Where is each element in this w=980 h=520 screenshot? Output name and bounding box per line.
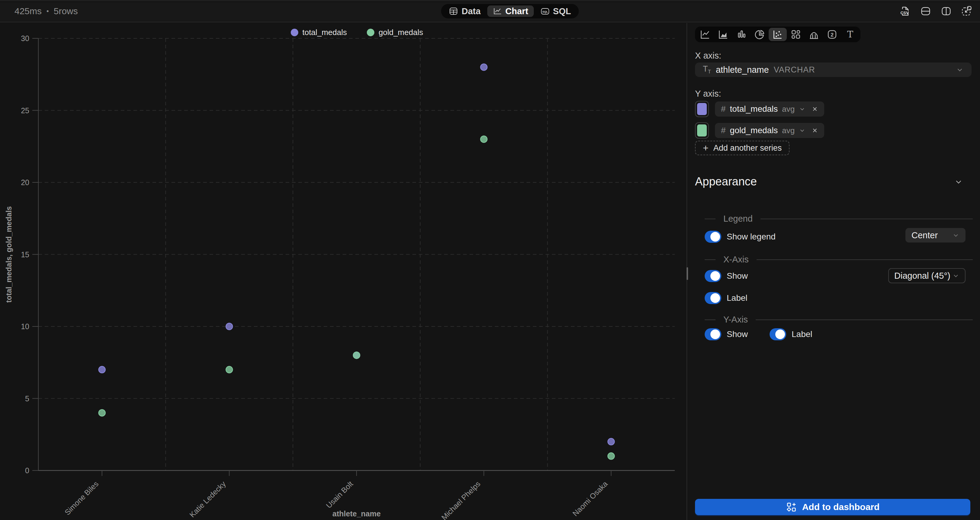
x-axis-field-dropdown[interactable]: TT athlete_name VARCHAR bbox=[695, 62, 972, 77]
series-row: #gold_medalsavg bbox=[695, 122, 824, 138]
y-axis-toggles-row: Show Label bbox=[705, 328, 813, 340]
split-horizontal-icon bbox=[920, 5, 932, 17]
y-axis-show-toggle[interactable] bbox=[705, 328, 721, 340]
blocks-icon bbox=[790, 29, 802, 40]
y-tick-label: 10 bbox=[21, 322, 29, 331]
chart-type-line[interactable] bbox=[696, 28, 714, 41]
expand-button[interactable] bbox=[961, 5, 973, 17]
x-axis-title: athlete_name bbox=[332, 509, 381, 518]
x-tick-label: Michael Phelps bbox=[439, 480, 482, 520]
series-row: #total_medalsavg bbox=[695, 101, 824, 117]
plus-icon: + bbox=[703, 143, 709, 154]
scatter-point[interactable] bbox=[353, 352, 360, 358]
series-pill[interactable]: #gold_medalsavg bbox=[715, 123, 824, 138]
legend-section-header: Legend bbox=[705, 214, 973, 224]
y-axis-title: total_medals, gold_medals bbox=[5, 206, 13, 303]
bar-chart-icon bbox=[736, 29, 747, 40]
sql-icon: SQL bbox=[541, 6, 549, 16]
x-axis-field-type: VARCHAR bbox=[774, 65, 815, 75]
view-tab-group: Data Chart SQL SQL bbox=[441, 4, 579, 18]
number-icon: 2 bbox=[826, 29, 838, 40]
text-icon: T bbox=[845, 29, 856, 40]
table-icon bbox=[449, 6, 458, 16]
scatter-point[interactable] bbox=[480, 136, 487, 143]
series-pill[interactable]: #total_medalsavg bbox=[715, 102, 824, 116]
chevron-down-icon bbox=[954, 177, 963, 186]
legend-position-select[interactable]: Center bbox=[905, 228, 966, 242]
numeric-field-icon: # bbox=[721, 104, 726, 114]
area-chart-icon bbox=[718, 29, 729, 40]
x-axis-orientation-select[interactable]: Diagonal (45°) bbox=[888, 268, 966, 283]
tab-data[interactable]: Data bbox=[444, 5, 486, 17]
series-field-name: gold_medals bbox=[730, 126, 778, 135]
scatter-point[interactable] bbox=[226, 366, 232, 373]
tab-chart[interactable]: Chart bbox=[487, 5, 534, 17]
chart-type-number[interactable]: 2 bbox=[823, 28, 841, 41]
x-axis-field-name: athlete_name bbox=[716, 65, 769, 75]
show-legend-row: Show legend bbox=[705, 231, 776, 243]
scatter-point[interactable] bbox=[99, 409, 105, 416]
remove-series-icon[interactable] bbox=[811, 106, 818, 112]
split-horizontal-button[interactable] bbox=[920, 5, 932, 17]
split-vertical-button[interactable] bbox=[940, 5, 952, 17]
chevron-down-icon bbox=[952, 232, 959, 239]
x-tick-label: Katie Ledecky bbox=[188, 479, 228, 519]
chart-type-bar[interactable] bbox=[732, 28, 751, 41]
chart-type-pie[interactable] bbox=[751, 28, 768, 41]
tab-sql[interactable]: SQL SQL bbox=[535, 5, 577, 17]
remove-series-button[interactable] bbox=[811, 106, 818, 112]
x-axis-section-header: X-Axis bbox=[705, 254, 973, 264]
y-tick-label: 15 bbox=[21, 250, 29, 259]
series-color-swatch[interactable] bbox=[695, 122, 709, 138]
svg-text:T: T bbox=[847, 29, 853, 40]
chevron-down-icon[interactable] bbox=[799, 127, 805, 134]
chart-type-toolbar: 2 T bbox=[695, 27, 861, 42]
show-legend-toggle[interactable] bbox=[705, 231, 721, 243]
chart-type-area[interactable] bbox=[714, 28, 732, 41]
scatter-point[interactable] bbox=[99, 366, 105, 373]
remove-series-button[interactable] bbox=[811, 127, 818, 134]
x-axis-show-toggle[interactable] bbox=[705, 270, 721, 282]
query-time: 425ms bbox=[14, 6, 42, 16]
series-color-swatch[interactable] bbox=[695, 101, 709, 117]
series-aggregation: avg bbox=[782, 105, 795, 114]
add-series-button[interactable]: + Add another series bbox=[695, 141, 789, 155]
y-axis-label-toggle[interactable] bbox=[770, 328, 786, 340]
chart-type-histogram[interactable] bbox=[805, 28, 823, 41]
x-tick-label: Simone Biles bbox=[63, 480, 100, 517]
y-tick-label: 0 bbox=[25, 466, 29, 475]
export-csv-button[interactable]: CSV bbox=[899, 5, 911, 17]
series-aggregation: avg bbox=[782, 126, 795, 135]
split-vertical-icon bbox=[940, 5, 952, 17]
scatter-point[interactable] bbox=[608, 439, 614, 445]
appearance-header[interactable]: Appearance bbox=[695, 175, 963, 188]
add-to-dashboard-button[interactable]: Add to dashboard bbox=[695, 499, 970, 515]
chart-canvas: total_medalsgold_medals 051015202530Simo… bbox=[0, 23, 686, 520]
scatter-chart-icon bbox=[772, 29, 783, 40]
x-axis-label-toggle[interactable] bbox=[705, 292, 721, 304]
chart-type-scatter[interactable] bbox=[768, 28, 787, 41]
y-axis-section-header: Y-Axis bbox=[705, 315, 973, 324]
chevron-down-icon bbox=[952, 272, 959, 279]
chart-type-blocks[interactable] bbox=[787, 28, 805, 41]
y-tick-label: 30 bbox=[21, 34, 29, 43]
appearance-title: Appearance bbox=[695, 175, 757, 188]
scatter-point[interactable] bbox=[608, 453, 614, 459]
expand-icon bbox=[961, 5, 973, 17]
chevron-down-icon bbox=[956, 66, 964, 74]
row-count: 5rows bbox=[54, 6, 78, 16]
line-chart-icon bbox=[493, 6, 502, 16]
scatter-point[interactable] bbox=[480, 64, 487, 70]
chart-config-panel: 2 T X axis: TT athlete_name VARCHAR Y ax… bbox=[687, 23, 980, 520]
chart-type-text[interactable]: T bbox=[841, 28, 859, 41]
panel-scrollbar[interactable] bbox=[687, 267, 688, 280]
topbar-actions: CSV bbox=[899, 0, 973, 22]
scatter-point[interactable] bbox=[226, 323, 232, 330]
y-tick-label: 20 bbox=[21, 178, 29, 187]
chevron-down-icon[interactable] bbox=[799, 106, 805, 112]
remove-series-icon[interactable] bbox=[811, 127, 818, 134]
export-csv-icon: CSV bbox=[899, 5, 911, 17]
y-axis-series-list: #total_medalsavg#gold_medalsavg bbox=[695, 101, 824, 144]
x-axis-show-row: Show bbox=[705, 270, 748, 282]
query-status: 425ms • 5rows bbox=[14, 0, 78, 22]
